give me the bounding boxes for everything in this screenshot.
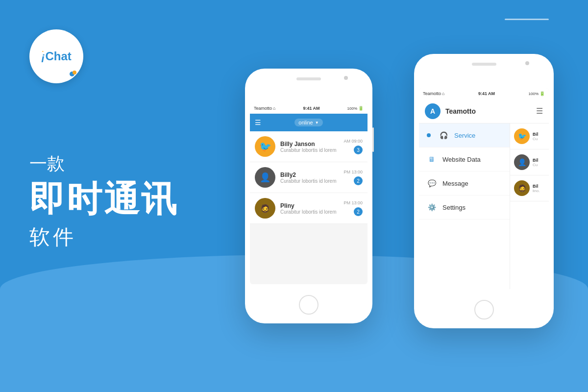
phone-2-status-bar: Teamotto ⌂ 9:41 AM 100% 🔋 [419, 88, 549, 99]
chat-info-1: Billy Janson Curabitur lobortis id lorem [280, 141, 339, 153]
phone-1-battery: 100% [347, 106, 357, 111]
side-name-1: Bil [533, 132, 539, 137]
logo-bubble-dot [73, 71, 76, 74]
phone-1-battery-icon: 🔋 [358, 106, 364, 111]
phone-2-app-name: Teamotto [445, 107, 476, 115]
chat-name-1: Billy Janson [280, 141, 339, 147]
side-avatar-1: 🐦 [514, 128, 530, 144]
chat-meta-1: AM 09:00 3 [343, 139, 363, 154]
chat-info-3: Pliny Curabitur lobortis id lorem [280, 202, 339, 215]
phone-2-menu-list: 🎧 Service 🖥 Website Data 💬 Message ⚙️ Se… [419, 123, 510, 289]
phone-1: Teamotto ⌂ 9:41 AM 100% 🔋 ☰ online ▼ [245, 69, 372, 323]
menu-item-website-data[interactable]: 🖥 Website Data [419, 147, 510, 172]
side-chat-item-1[interactable]: 🐦 Bil Cu [510, 123, 549, 149]
side-avatar-2: 👤 [514, 154, 530, 170]
phone-2-menu-header: A Teamotto ☰ [419, 99, 549, 123]
side-preview-3: lino. [533, 189, 540, 193]
chat-item-2[interactable]: 👤 Billy2 Curabitur lobortis id lorem PM … [250, 162, 368, 193]
phone-2-time: 9:41 AM [478, 91, 495, 96]
menu-label-settings: Settings [442, 204, 466, 211]
menu-active-dot [427, 133, 431, 137]
chat-badge-3: 2 [354, 207, 363, 216]
phone-1-status-bar: Teamotto ⌂ 9:41 AM 100% 🔋 [250, 103, 368, 114]
logo-circle: • i Chat [29, 29, 83, 83]
phone-2-side-chat-panel: 🐦 Bil Cu 👤 Bil Cu [510, 123, 549, 289]
top-decoration-line [505, 19, 549, 20]
phone-1-camera [344, 76, 348, 80]
phone-1-online-badge[interactable]: online ▼ [294, 119, 322, 126]
chat-name-2: Billy2 [280, 172, 339, 178]
chat-preview-2: Curabitur lobortis id lorem [280, 178, 339, 184]
chat-item-3[interactable]: 🧔 Pliny Curabitur lobortis id lorem PM 1… [250, 193, 368, 224]
phone-1-menu-icon[interactable]: ☰ [255, 119, 261, 126]
chat-preview-1: Curabitur lobortis id lorem [280, 147, 339, 153]
menu-label-service: Service [454, 132, 475, 139]
menu-label-message: Message [442, 180, 468, 187]
logo-name: Chat [45, 49, 71, 64]
phone-2-battery: 100% [529, 92, 539, 96]
chat-avatar-3: 🧔 [255, 198, 275, 219]
phone-1-chat-list: 🐦 Billy Janson Curabitur lobortis id lor… [250, 131, 368, 224]
menu-label-website-data: Website Data [442, 156, 481, 163]
chat-time-3: PM 13:00 [343, 200, 363, 205]
service-icon: 🎧 [439, 130, 448, 140]
phone-2-app-avatar: A [425, 103, 441, 119]
phone-2-screen: Teamotto ⌂ 9:41 AM 100% 🔋 A Teamotto ☰ [419, 88, 549, 289]
phone-2-battery-icon: 🔋 [539, 91, 545, 96]
chat-item-1[interactable]: 🐦 Billy Janson Curabitur lobortis id lor… [250, 131, 368, 162]
phone-1-speaker [296, 77, 321, 80]
side-chat-item-3[interactable]: 🧔 Bil lino. [510, 175, 549, 201]
phone-1-app-header[interactable]: ☰ online ▼ [250, 114, 368, 131]
menu-item-message[interactable]: 💬 Message [419, 172, 510, 196]
website-data-icon: 🖥 [427, 154, 437, 164]
phone-1-side-button [372, 127, 374, 152]
logo-i-letter: i [41, 53, 44, 64]
phone-1-screen: Teamotto ⌂ 9:41 AM 100% 🔋 ☰ online ▼ [250, 103, 368, 284]
chat-avatar-1: 🐦 [255, 136, 275, 157]
chat-meta-3: PM 13:00 2 [343, 200, 363, 216]
settings-icon: ⚙️ [427, 202, 437, 212]
phones-area: Teamotto ⌂ 9:41 AM 100% 🔋 ☰ online ▼ [220, 29, 564, 372]
headline-line2: 即时通讯 [29, 180, 178, 219]
phone-2-hamburger-icon[interactable]: ☰ [536, 106, 543, 116]
phone-1-time: 9:41 AM [303, 106, 319, 111]
phone-1-home-button [299, 295, 318, 315]
side-chat-item-2[interactable]: 👤 Bil Cu [510, 149, 549, 175]
side-avatar-3: 🧔 [514, 180, 530, 196]
headline-area: 一款 即时通讯 软件 [29, 152, 178, 251]
side-preview-2: Cu [533, 163, 539, 167]
headline-line1: 一款 [29, 152, 178, 176]
phone-1-carrier: Teamotto [254, 106, 272, 111]
menu-item-service[interactable]: 🎧 Service [419, 123, 510, 147]
chat-badge-1: 3 [354, 146, 363, 154]
phone-1-dropdown-icon[interactable]: ▼ [315, 121, 319, 125]
message-icon: 💬 [427, 178, 437, 188]
chat-meta-2: PM 13:00 2 [343, 170, 363, 185]
side-preview-1: Cu [533, 137, 539, 141]
phone-2: Teamotto ⌂ 9:41 AM 100% 🔋 A Teamotto ☰ [414, 54, 554, 328]
phone-2-wifi-icon: ⌂ [442, 91, 444, 96]
phone-2-carrier: Teamotto [423, 91, 441, 96]
chat-avatar-2: 👤 [255, 167, 275, 188]
chat-name-3: Pliny [280, 202, 339, 209]
phone-1-wifi-icon: ⌂ [273, 106, 275, 111]
menu-item-settings[interactable]: ⚙️ Settings [419, 196, 510, 220]
headline-line3: 软件 [29, 223, 178, 251]
chat-time-2: PM 13:00 [343, 170, 363, 174]
chat-preview-3: Curabitur lobortis id lorem [280, 209, 339, 215]
phone-2-speaker [472, 63, 496, 66]
side-name-3: Bil [533, 184, 540, 189]
side-name-2: Bil [533, 158, 539, 163]
chat-badge-2: 2 [354, 176, 363, 185]
chat-time-1: AM 09:00 [343, 139, 363, 144]
phone-2-camera [525, 61, 529, 65]
phone-2-home-button [474, 300, 494, 319]
chat-info-2: Billy2 Curabitur lobortis id lorem [280, 172, 339, 184]
phone-1-header-title: online [298, 120, 313, 125]
